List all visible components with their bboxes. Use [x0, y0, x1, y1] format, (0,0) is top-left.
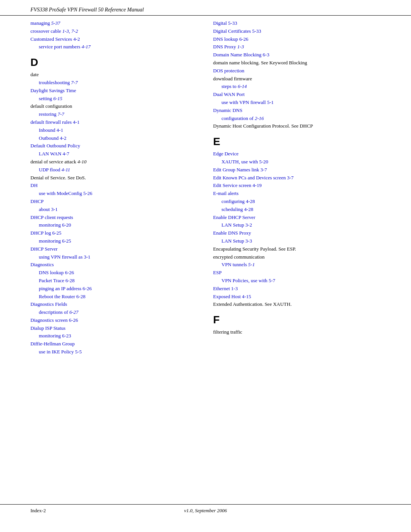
list-item: DHCP client requests: [30, 214, 198, 222]
section-f-letter: F: [213, 314, 381, 326]
list-item: LAN WAN 4-7: [30, 150, 198, 158]
list-item: Edge Device: [213, 150, 381, 158]
footer-version: v1.0, September 2006: [184, 508, 227, 514]
list-item: configuration of 2-16: [213, 115, 381, 123]
list-item: scheduling 4-28: [213, 206, 381, 214]
list-item: filtering traffic: [213, 328, 381, 336]
list-item: using VPN firewall as 3-1: [30, 253, 198, 261]
list-item: UDP flood 4-11: [30, 166, 198, 174]
list-item: Domain Name Blocking 6-3: [213, 51, 381, 59]
list-item: domain name blocking. See Keyword Blocki…: [213, 59, 381, 67]
list-item: DNS lookup 6-26: [213, 35, 381, 43]
list-item: Default Outbound Policy: [30, 142, 198, 150]
list-item: Diagnostics screen 6-26: [30, 316, 198, 324]
list-item: default firewall rules 4-1: [30, 118, 198, 126]
list-item: LAN Setup 3-3: [213, 237, 381, 245]
list-item: Packet Trace 6-28: [30, 277, 198, 285]
list-item: use in IKE Policy 5-5: [30, 348, 198, 356]
list-item: VPN tunnels 5-1: [213, 261, 381, 269]
list-item: descriptions of 6-27: [30, 308, 198, 316]
list-item: managing 5-37: [30, 19, 198, 27]
list-item: Digital Certificates 5-33: [213, 27, 381, 35]
list-item: Encapsulating Security Payload. See ESP.: [213, 245, 381, 253]
section-d-letter: D: [30, 56, 198, 69]
list-item: restoring 7-7: [30, 110, 198, 118]
list-item: encrypted communication: [213, 253, 381, 261]
list-item: DOS protection: [213, 67, 381, 75]
list-item: Diffie-Hellman Group: [30, 340, 198, 348]
list-item: service port numbers 4-17: [30, 43, 198, 51]
list-item: Dual WAN Port: [213, 91, 381, 99]
list-item: Enable DNS Proxy: [213, 229, 381, 237]
list-item: use with ModeConfig 5-26: [30, 190, 198, 198]
list-item: XAUTH, use with 5-20: [213, 158, 381, 166]
list-item: Denial of Service. See DoS.: [30, 174, 198, 182]
top-entries-right: Digital 5-33 Digital Certificates 5-33 D…: [213, 19, 381, 130]
list-item: pinging an IP address 6-26: [30, 285, 198, 293]
list-item: troubleshooting 7-7: [30, 79, 198, 87]
list-item: steps to 6-14: [213, 83, 381, 91]
content-area: managing 5-37 crossover cable 1-3, 7-2 C…: [0, 16, 411, 387]
list-item: Dynamic Host Configuration Protocol. See…: [213, 122, 381, 130]
list-item: crossover cable 1-3, 7-2: [30, 27, 198, 35]
list-item: Edit Service screen 4-19: [213, 182, 381, 190]
page-header: FVS338 ProSafe VPN Firewall 50 Reference…: [0, 0, 411, 16]
list-item: Exposed Host 4-15: [213, 293, 381, 301]
list-item: denial of service attack 4-10: [30, 158, 198, 166]
list-item: DHCP log 6-25: [30, 229, 198, 237]
list-item: Dynamic DNS: [213, 107, 381, 115]
left-column: managing 5-37 crossover cable 1-3, 7-2 C…: [30, 19, 198, 356]
list-item: Edit Known PCs and Devices screen 3-7: [213, 174, 381, 182]
footer-index: Index-2: [30, 508, 46, 514]
list-item: DHCP: [30, 198, 198, 206]
list-item: Inbound 4-1: [30, 126, 198, 134]
list-item: E-mail alerts: [213, 190, 381, 198]
list-item: Dialup ISP Status: [30, 324, 198, 332]
list-item: default configuration: [30, 102, 198, 110]
page: FVS338 ProSafe VPN Firewall 50 Reference…: [0, 0, 411, 532]
section-d-entries: date troubleshooting 7-7 Daylight Saving…: [30, 71, 198, 356]
list-item: DHCP Server: [30, 245, 198, 253]
list-item: Reboot the Router 6-28: [30, 293, 198, 301]
list-item: Edit Group Names link 3-7: [213, 166, 381, 174]
page-footer: Index-2 v1.0, September 2006: [0, 504, 411, 517]
list-item: LAN Setup 3-2: [213, 221, 381, 229]
list-item: Ethernet 1-3: [213, 285, 381, 293]
list-item: monitoring 6-23: [30, 332, 198, 340]
list-item: about 3-1: [30, 206, 198, 214]
list-item: Extended Authentication. See XAUTH.: [213, 300, 381, 308]
list-item: monitoring 6-25: [30, 237, 198, 245]
section-f-entries: filtering traffic: [213, 328, 381, 336]
section-e-entries: Edge Device XAUTH, use with 5-20 Edit Gr…: [213, 150, 381, 308]
section-e-letter: E: [213, 136, 381, 148]
list-item: monitoring 6-20: [30, 221, 198, 229]
list-item: Diagnostics: [30, 261, 198, 269]
list-item: Digital 5-33: [213, 19, 381, 27]
list-item: Enable DHCP Server: [213, 214, 381, 222]
list-item: Diagnostics Fields: [30, 300, 198, 308]
list-item: setting 6-15: [30, 95, 198, 103]
list-item: Outbound 4-2: [30, 134, 198, 142]
top-entries-left: managing 5-37 crossover cable 1-3, 7-2 C…: [30, 19, 198, 51]
list-item: use with VPN firewall 5-1: [213, 99, 381, 107]
right-column: Digital 5-33 Digital Certificates 5-33 D…: [213, 19, 381, 356]
list-item: Daylight Savings Time: [30, 87, 198, 95]
list-item: configuring 4-28: [213, 198, 381, 206]
list-item: DH: [30, 182, 198, 190]
list-item: ESP: [213, 269, 381, 277]
header-title: FVS338 ProSafe VPN Firewall 50 Reference…: [30, 7, 144, 13]
list-item: VPN Policies, use with 5-7: [213, 277, 381, 285]
list-item: DNS Proxy 1-3: [213, 43, 381, 51]
list-item: download firmware: [213, 75, 381, 83]
list-item: Customized Services 4-2: [30, 35, 198, 43]
list-item: DNS lookup 6-26: [30, 269, 198, 277]
list-item: date: [30, 71, 198, 79]
